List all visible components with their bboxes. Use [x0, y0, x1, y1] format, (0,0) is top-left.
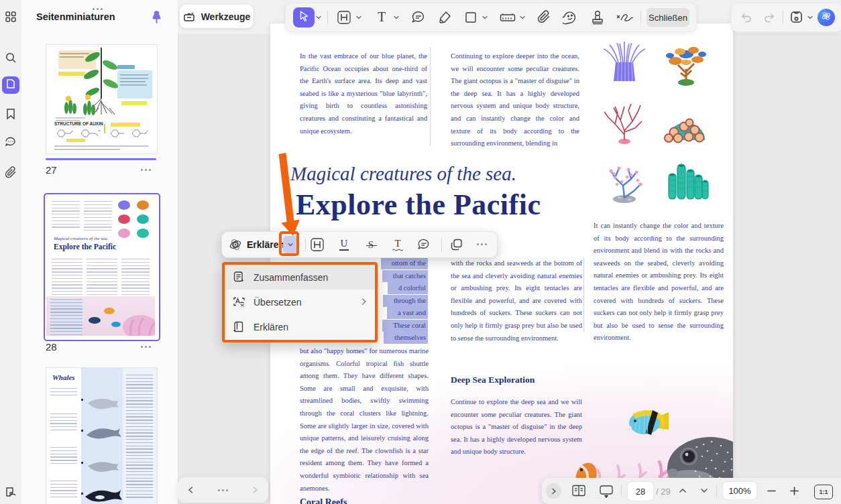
sticker-tool-icon[interactable]: [563, 10, 577, 25]
page-up-icon[interactable]: [679, 487, 687, 494]
close-label: Schließen: [649, 13, 687, 23]
ai-swirl-icon: [821, 11, 832, 24]
redo-icon[interactable]: [764, 11, 776, 23]
more-options-icon[interactable]: [477, 243, 487, 245]
close-button[interactable]: Schließen: [647, 8, 689, 27]
text-tool-icon[interactable]: T: [374, 9, 389, 25]
comment-tool-icon[interactable]: [411, 10, 426, 25]
selected-line: that catches: [382, 270, 428, 282]
section-heading: Deep Sea Exploration: [451, 375, 535, 385]
selected-line: themselves: [384, 332, 428, 344]
page-number-input[interactable]: [628, 482, 653, 501]
ai-assistant-button[interactable]: [818, 9, 835, 26]
undo-icon[interactable]: [740, 11, 752, 23]
submenu-chevron-icon: [361, 298, 367, 306]
sidebar-drag-handle-icon[interactable]: [93, 8, 103, 10]
thumbnail-page-29[interactable]: Whales: [46, 367, 158, 504]
tools-label: Werkzeuge: [201, 11, 251, 22]
search-icon[interactable]: [4, 51, 17, 64]
selection-context-toolbar: Erklären U S T: [221, 231, 498, 258]
thumbnails-icon: [5, 78, 16, 92]
main-toolbar: T Schließen: [285, 3, 697, 32]
thumb29-title: Whales: [52, 373, 75, 381]
save-icon[interactable]: [789, 10, 803, 24]
thumbnail-page-27[interactable]: STRUCTURE OF AUXIN: [46, 44, 158, 154]
next-chevron-icon[interactable]: [252, 486, 259, 494]
save-chevron-icon[interactable]: [807, 14, 814, 21]
measure-chevron-icon[interactable]: [519, 14, 526, 21]
highlight-text-icon[interactable]: [310, 237, 325, 252]
history-toolbar: [731, 3, 841, 32]
copy-icon[interactable]: [450, 238, 463, 251]
tree-coral-image: [659, 40, 713, 88]
page-down-icon[interactable]: [700, 487, 708, 494]
page28-label: 28: [46, 341, 57, 353]
sidebar-title: Seitenminiaturen: [36, 11, 115, 22]
squiggly-underline-icon[interactable]: T: [391, 237, 404, 252]
pager-more-icon[interactable]: [218, 489, 228, 491]
section-paragraph: Continue to explore the deep sea and we …: [451, 396, 582, 458]
thumbnail-page-28[interactable]: Magical creatures of the sea. Explore th…: [44, 193, 160, 341]
actual-size-button[interactable]: 1:1: [814, 485, 833, 499]
pdf-editor-window: Seitenminiaturen: [0, 0, 841, 504]
cursor-icon: [298, 10, 310, 25]
measure-tool-icon[interactable]: [500, 12, 516, 23]
page27-menu-icon[interactable]: [141, 169, 151, 171]
signature-tool-icon[interactable]: [616, 11, 636, 23]
selected-line: a vast and: [387, 307, 428, 319]
menu-grid-icon[interactable]: [4, 10, 17, 23]
collapse-bar-button[interactable]: [546, 483, 561, 499]
comment-icon[interactable]: [417, 238, 431, 251]
anemone-image: [598, 40, 651, 88]
zoom-out-icon[interactable]: [767, 490, 776, 492]
pin-icon[interactable]: [149, 9, 164, 24]
column-divider-2: [583, 258, 584, 332]
butterflyfish-image: [624, 405, 670, 439]
page-insert-indicator: [46, 158, 156, 160]
page-subtitle: Magical creatures of the sea.: [290, 163, 516, 185]
menu-item-translate[interactable]: Übersetzen: [225, 290, 375, 314]
highlight-chevron-icon[interactable]: [355, 14, 362, 21]
thumb28-title: Explore the Pacific: [54, 243, 116, 251]
bookmark-icon[interactable]: [4, 107, 17, 121]
prev-chevron-icon[interactable]: [187, 486, 194, 494]
menu-item-label: Erklären: [254, 322, 288, 332]
plate-coral-image: [659, 97, 713, 145]
highlight-tool-icon[interactable]: [337, 10, 351, 25]
select-tool-chevron-icon[interactable]: [315, 14, 322, 21]
menu-item-summarize[interactable]: Zusammenfassen: [225, 265, 375, 290]
translate-icon: [233, 296, 245, 308]
zoom-in-icon[interactable]: [790, 487, 799, 495]
page28-menu-icon[interactable]: [141, 346, 151, 348]
page-layout-icon[interactable]: [571, 484, 586, 497]
thumbnails-panel-button[interactable]: [2, 76, 19, 94]
partial-heading: Coral Reefs: [300, 497, 347, 504]
zoom-level-button[interactable]: 100%: [723, 482, 756, 499]
intro-paragraph-1: In the vast embrace of our blue planet, …: [300, 50, 427, 137]
branch-coral-image: [598, 155, 651, 204]
menu-item-explain[interactable]: Erklären: [225, 314, 375, 339]
selected-line: d colorful: [388, 282, 428, 294]
tools-button[interactable]: Werkzeuge: [180, 5, 254, 28]
attachment-icon[interactable]: [4, 166, 17, 179]
attach-tool-icon[interactable]: [537, 10, 551, 23]
stamp-tool-icon[interactable]: [590, 9, 605, 25]
underline-icon[interactable]: U: [337, 237, 351, 252]
pen-tool-icon[interactable]: [437, 10, 452, 25]
strikethrough-icon[interactable]: S: [364, 237, 378, 252]
ai-explain-button[interactable]: Erklären: [229, 232, 284, 257]
presentation-icon[interactable]: [598, 484, 614, 498]
book-icon: [233, 320, 245, 333]
select-tool-button[interactable]: [293, 7, 315, 27]
comments-icon[interactable]: [4, 135, 17, 149]
page27-label: 27: [46, 164, 57, 176]
shape-chevron-icon[interactable]: [482, 14, 488, 21]
menu-item-label: Zusammenfassen: [254, 272, 328, 283]
shape-tool-icon[interactable]: [464, 11, 478, 24]
selected-line: These coral: [382, 320, 428, 332]
status-bar: / 29 100% 1:1: [542, 478, 841, 504]
text-chevron-icon[interactable]: [393, 14, 400, 21]
page-curl-icon[interactable]: [4, 485, 17, 499]
page-total-label: / 29: [656, 487, 671, 497]
thumbnail-sidebar: Seitenminiaturen: [21, 0, 178, 504]
